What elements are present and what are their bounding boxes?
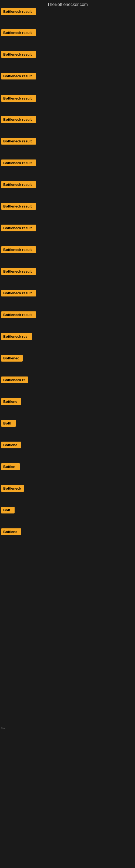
bottleneck-item-22: Bottlen [1,463,20,470]
bottleneck-badge-25[interactable]: Bottlene [1,528,21,535]
bottleneck-item-19: Bottlene [1,398,21,405]
bottleneck-badge-6[interactable]: Bottleneck result [1,116,36,123]
bottleneck-item-9: Bottleneck result [1,181,36,188]
bottleneck-badge-7[interactable]: Bottleneck result [1,138,36,145]
bottleneck-item-10: Bottleneck result [1,203,36,210]
bottleneck-item-3: Bottleneck result [1,51,36,58]
bottleneck-item-25: Bottlene [1,528,21,535]
bottleneck-badge-23[interactable]: Bottleneck [1,485,24,492]
bottleneck-item-11: Bottleneck result [1,225,36,231]
bottleneck-badge-21[interactable]: Bottlene [1,442,21,448]
bottleneck-item-20: Bottl [1,420,16,427]
bottleneck-badge-18[interactable]: Bottleneck re [1,376,28,383]
bottleneck-item-24: Bott [1,507,14,514]
bottleneck-badge-8[interactable]: Bottleneck result [1,159,36,166]
bottleneck-item-16: Bottleneck res [1,333,32,340]
bottleneck-badge-4[interactable]: Bottleneck result [1,73,36,80]
bottleneck-badge-1[interactable]: Bottleneck result [1,8,36,15]
bottleneck-badge-13[interactable]: Bottleneck result [1,268,36,275]
bottleneck-badge-5[interactable]: Bottleneck result [1,95,36,102]
bottleneck-item-8: Bottleneck result [1,159,36,166]
bottleneck-badge-22[interactable]: Bottlen [1,463,20,470]
bottleneck-badge-24[interactable]: Bott [1,507,14,514]
bottleneck-item-1: Bottleneck result [1,8,36,15]
bottleneck-item-14: Bottleneck result [1,290,36,297]
bottleneck-item-2: Bottleneck result [1,29,36,36]
bottleneck-item-12: Bottleneck result [1,246,36,253]
bottom-label: 0% [1,727,5,730]
bottleneck-badge-2[interactable]: Bottleneck result [1,29,36,36]
bottleneck-item-13: Bottleneck result [1,268,36,275]
bottleneck-badge-19[interactable]: Bottlene [1,398,21,405]
bottleneck-badge-17[interactable]: Bottlenec [1,355,23,362]
bottleneck-item-5: Bottleneck result [1,95,36,102]
bottleneck-item-23: Bottleneck [1,485,24,492]
bottleneck-badge-14[interactable]: Bottleneck result [1,290,36,297]
bottleneck-item-18: Bottleneck re [1,376,28,383]
bottleneck-item-15: Bottleneck result [1,311,36,318]
bottleneck-item-7: Bottleneck result [1,138,36,145]
bottleneck-item-21: Bottlene [1,442,21,448]
bottleneck-item-4: Bottleneck result [1,73,36,80]
bottleneck-badge-9[interactable]: Bottleneck result [1,181,36,188]
bottleneck-badge-3[interactable]: Bottleneck result [1,51,36,58]
bottleneck-badge-15[interactable]: Bottleneck result [1,311,36,318]
bottleneck-badge-12[interactable]: Bottleneck result [1,246,36,253]
bottleneck-badge-11[interactable]: Bottleneck result [1,225,36,231]
bottleneck-badge-10[interactable]: Bottleneck result [1,203,36,210]
page-wrapper: TheBottlenecker.com Bottleneck resultBot… [0,0,135,868]
bottleneck-item-6: Bottleneck result [1,116,36,123]
bottleneck-item-17: Bottlenec [1,355,23,362]
bottleneck-badge-16[interactable]: Bottleneck res [1,333,32,340]
bottleneck-badge-20[interactable]: Bottl [1,420,16,427]
